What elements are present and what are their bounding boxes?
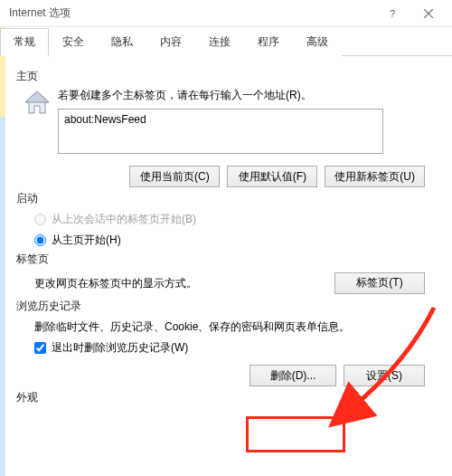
history-settings-button[interactable]: 设置(S) — [344, 365, 425, 386]
tab-bar: 常规 安全 隐私 内容 连接 程序 高级 — [0, 27, 452, 56]
svg-text:?: ? — [390, 8, 395, 19]
use-current-button[interactable]: 使用当前页(C) — [129, 166, 220, 187]
history-section-label: 浏览历史记录 — [16, 299, 438, 314]
tab-programs[interactable]: 程序 — [244, 28, 293, 56]
homepage-hint: 若要创建多个主标签页，请在每行输入一个地址(R)。 — [58, 88, 438, 103]
close-icon — [424, 9, 433, 18]
startup-homepage-label: 从主页开始(H) — [52, 233, 121, 248]
tabs-desc: 更改网页在标签页中的显示方式。 — [34, 276, 197, 291]
tab-connections[interactable]: 连接 — [195, 28, 244, 56]
decorative-left-stripe — [0, 27, 5, 476]
startup-homepage-input[interactable] — [34, 234, 46, 246]
tab-privacy[interactable]: 隐私 — [98, 28, 146, 56]
homepage-url-input[interactable] — [58, 109, 383, 154]
startup-section-label: 启动 — [16, 191, 438, 206]
close-button[interactable] — [410, 1, 447, 26]
tab-security[interactable]: 安全 — [49, 28, 98, 56]
startup-last-session-radio[interactable]: 从上次会话中的标签页开始(B) — [34, 212, 438, 227]
startup-homepage-radio[interactable]: 从主页开始(H) — [34, 233, 438, 248]
tabs-settings-button[interactable]: 标签页(T) — [334, 272, 425, 294]
annotation-highlight-box — [246, 416, 345, 452]
help-icon: ? — [387, 8, 398, 19]
delete-on-exit-checkbox[interactable]: 退出时删除浏览历史记录(W) — [34, 340, 438, 356]
tab-advanced[interactable]: 高级 — [293, 28, 342, 56]
title-bar: Internet 选项 ? — [0, 0, 452, 27]
appearance-section-label: 外观 — [16, 390, 438, 405]
content-area: 主页 若要创建多个主标签页，请在每行输入一个地址(R)。 使用当前页(C) 使用… — [0, 56, 452, 416]
window-title: Internet 选项 — [9, 5, 71, 21]
svg-marker-4 — [25, 91, 49, 102]
homepage-section-label: 主页 — [16, 69, 438, 84]
home-icon — [16, 88, 58, 117]
delete-on-exit-input[interactable] — [34, 342, 46, 354]
startup-last-session-input[interactable] — [34, 214, 46, 225]
tab-content[interactable]: 内容 — [146, 28, 195, 56]
tabs-section-label: 标签页 — [16, 252, 438, 267]
use-default-button[interactable]: 使用默认值(F) — [227, 166, 317, 187]
startup-last-session-label: 从上次会话中的标签页开始(B) — [52, 212, 196, 227]
delete-history-button[interactable]: 删除(D)... — [250, 365, 336, 386]
use-new-tab-button[interactable]: 使用新标签页(U) — [325, 166, 425, 187]
tab-general[interactable]: 常规 — [0, 28, 49, 56]
history-desc: 删除临时文件、历史记录、Cookie、保存的密码和网页表单信息。 — [34, 319, 438, 335]
delete-on-exit-label: 退出时删除浏览历史记录(W) — [52, 340, 188, 356]
help-button[interactable]: ? — [374, 1, 410, 26]
